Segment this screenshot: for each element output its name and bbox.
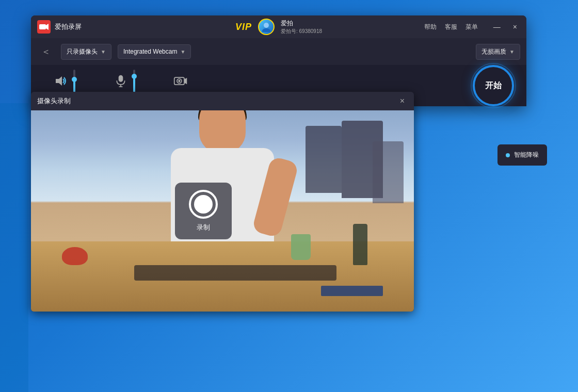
mode-dropdown[interactable]: 只录摄像头 ▼ bbox=[61, 44, 111, 60]
webcam-panel: 摄像头录制 × bbox=[31, 92, 414, 312]
svg-point-10 bbox=[178, 79, 180, 81]
mic-icon-row bbox=[113, 70, 135, 92]
speaker-icon bbox=[53, 73, 69, 89]
keyboard-area bbox=[134, 265, 336, 281]
title-bar-right: 帮助 客服 菜单 — × bbox=[424, 22, 520, 32]
mode-dropdown-arrow: ▼ bbox=[101, 49, 106, 55]
nav-help[interactable]: 帮助 bbox=[424, 23, 437, 31]
minimize-button[interactable]: — bbox=[490, 22, 504, 32]
quality-label: 无损画质 bbox=[481, 47, 506, 56]
user-id: 爱拍号: 69380918 bbox=[281, 28, 322, 35]
record-overlay-label: 录制 bbox=[197, 223, 210, 232]
webcam-close-button[interactable]: × bbox=[397, 95, 408, 107]
svg-rect-5 bbox=[119, 75, 123, 81]
noise-panel[interactable]: 智能降噪 bbox=[497, 144, 547, 166]
mic-icon bbox=[113, 73, 129, 89]
title-bar-center: VIP 爱拍 爱拍号: 69380918 bbox=[235, 19, 322, 35]
title-bar-left: 爱拍录屏 bbox=[37, 20, 82, 34]
noise-indicator-dot bbox=[506, 153, 510, 157]
vip-badge[interactable]: VIP bbox=[235, 22, 252, 32]
user-info: 爱拍 爱拍号: 69380918 bbox=[281, 19, 322, 35]
bottle-object bbox=[353, 224, 367, 265]
webcam-dropdown[interactable]: Integrated Webcam ▼ bbox=[118, 44, 191, 59]
start-btn-container: 开始 bbox=[473, 65, 514, 106]
bg-chair3 bbox=[306, 126, 342, 193]
app-logo bbox=[37, 20, 51, 34]
webcam-dropdown-arrow: ▼ bbox=[180, 49, 185, 55]
mic-volume-slider[interactable] bbox=[133, 70, 135, 92]
back-button[interactable]: ＜ bbox=[37, 43, 55, 60]
user-avatar bbox=[258, 19, 275, 35]
nav-menu[interactable]: 菜单 bbox=[465, 23, 478, 31]
start-btn-label: 开始 bbox=[485, 80, 502, 91]
bg-chair2 bbox=[373, 141, 404, 203]
record-inner-circle bbox=[194, 195, 213, 214]
svg-point-2 bbox=[264, 23, 269, 28]
bowl-object bbox=[62, 247, 88, 265]
svg-point-3 bbox=[262, 28, 270, 32]
webcam-preview: 录制 bbox=[31, 110, 414, 312]
system-volume-slider[interactable] bbox=[73, 70, 75, 92]
webcam-label: Integrated Webcam bbox=[123, 48, 178, 55]
quality-dropdown-arrow: ▼ bbox=[509, 49, 515, 55]
start-button[interactable]: 开始 bbox=[473, 65, 514, 106]
title-bar: 爱拍录屏 VIP 爱拍 爱拍号: 69380918 帮助 客服 菜单 — × bbox=[31, 15, 526, 38]
record-overlay-button[interactable]: 录制 bbox=[175, 183, 232, 239]
toolbar: ＜ 只录摄像头 ▼ Integrated Webcam ▼ 无损画质 ▼ bbox=[31, 38, 526, 65]
noise-label: 智能降噪 bbox=[514, 151, 539, 159]
cup-object bbox=[291, 234, 311, 260]
webcam-panel-title: 摄像头录制 bbox=[37, 96, 71, 106]
webcam-panel-header: 摄像头录制 × bbox=[31, 92, 414, 110]
record-btn-icon bbox=[189, 190, 218, 219]
camera-icon-row bbox=[172, 73, 189, 89]
svg-rect-0 bbox=[39, 24, 46, 29]
camera-icon bbox=[172, 73, 189, 89]
taskbar-left bbox=[0, 103, 28, 392]
mousepad-area bbox=[321, 286, 383, 296]
quality-dropdown[interactable]: 无损画质 ▼ bbox=[476, 44, 520, 60]
svg-marker-4 bbox=[56, 76, 62, 86]
app-title: 爱拍录屏 bbox=[55, 22, 82, 31]
svg-marker-1 bbox=[46, 24, 49, 30]
toolbar-right: 无损画质 ▼ bbox=[476, 44, 520, 60]
person-head bbox=[199, 110, 246, 153]
win-controls: — × bbox=[490, 22, 520, 32]
system-sound-icon-row bbox=[53, 70, 75, 92]
nav-service[interactable]: 客服 bbox=[445, 23, 457, 31]
close-button[interactable]: × bbox=[510, 22, 520, 32]
user-name: 爱拍 bbox=[281, 19, 322, 28]
mode-label: 只录摄像头 bbox=[67, 47, 98, 56]
